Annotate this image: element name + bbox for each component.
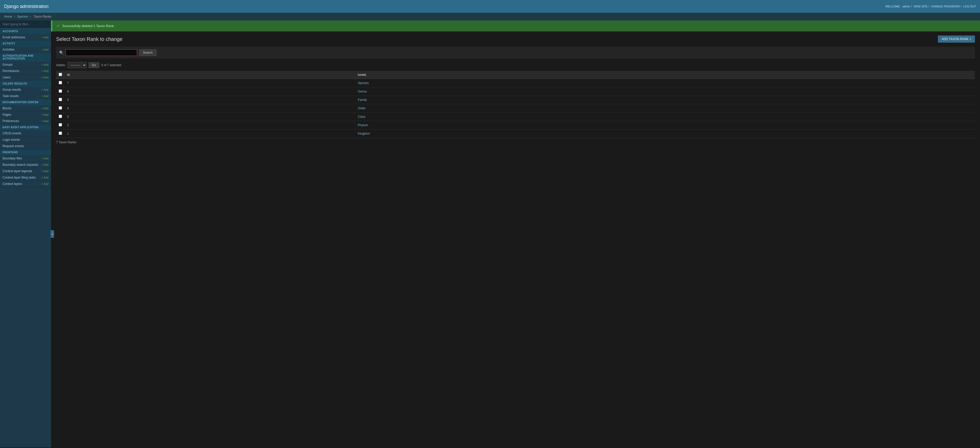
sidebar-section-easy-audit: EASY AUDIT APPLICATION [0, 124, 51, 130]
sidebar-item-context-layer-legends[interactable]: Context layer legends + Add [0, 168, 51, 174]
breadcrumb-species[interactable]: Species [17, 15, 28, 18]
context-layers-link[interactable]: Context layers [3, 182, 22, 186]
taxon-rank-table: ID NAME 7 Species 6 [56, 71, 975, 138]
sidebar-item-boundary-files[interactable]: Boundary files + Add [0, 155, 51, 162]
search-input[interactable] [65, 49, 137, 56]
row-name-link[interactable]: Species [358, 81, 369, 85]
context-layer-legends-link[interactable]: Context layer legends [3, 169, 32, 173]
groups-link[interactable]: Groups [3, 63, 13, 66]
row-id-link[interactable]: 4 [67, 107, 69, 110]
pages-add[interactable]: + Add [41, 113, 48, 116]
sidebar-item-login-events[interactable]: Login events [0, 137, 51, 143]
sidebar-item-context-layer-tiling-tasks[interactable]: Context layer tiling tasks + Add [0, 174, 51, 181]
context-layers-add[interactable]: + Add [41, 182, 48, 185]
sidebar-item-context-layers[interactable]: Context layers + Add [0, 181, 51, 187]
row-checkbox[interactable] [59, 123, 62, 126]
preferences-add[interactable]: + Add [41, 120, 48, 123]
sidebar: ACCOUNTS Email addresses + Add ACTIVITY … [0, 21, 51, 448]
sidebar-item-permissions[interactable]: Permissions + Add [0, 68, 51, 74]
sidebar-item-groups[interactable]: Groups + Add [0, 62, 51, 68]
sidebar-item-activities[interactable]: Activities + Add [0, 46, 51, 53]
add-taxon-rank-button[interactable]: ADD TAXON RANK + [938, 35, 975, 43]
row-name-link[interactable]: Order [358, 107, 366, 110]
pages-link[interactable]: Pages [3, 113, 11, 116]
username-link[interactable]: admin [902, 5, 910, 8]
group-results-link[interactable]: Group results [3, 88, 21, 91]
sidebar-item-group-results[interactable]: Group results + Add [0, 86, 51, 93]
log-out-link[interactable]: LOG OUT [963, 5, 976, 8]
sidebar-item-users[interactable]: Users + Add [0, 74, 51, 81]
sidebar-filter[interactable] [0, 21, 51, 28]
row-name-link[interactable]: Genus [358, 90, 367, 93]
view-site-link[interactable]: VIEW SITE [913, 5, 928, 8]
row-checkbox[interactable] [59, 89, 62, 93]
row-id-link[interactable]: 2 [67, 123, 69, 127]
row-id-link[interactable]: 6 [67, 90, 69, 93]
task-results-add[interactable]: + Add [41, 94, 48, 97]
activities-add[interactable]: + Add [41, 48, 48, 51]
group-results-add[interactable]: + Add [41, 88, 48, 91]
row-name: Order [355, 104, 975, 113]
row-id-link[interactable]: 7 [67, 81, 69, 85]
sidebar-item-crud-events[interactable]: CRUD events [0, 130, 51, 137]
search-button[interactable]: Search [139, 49, 156, 56]
preferences-link[interactable]: Preferences [3, 119, 19, 123]
boundary-search-requests-add[interactable]: + Add [41, 163, 48, 166]
sidebar-item-request-events[interactable]: Request events [0, 143, 51, 150]
sidebar-item-boundary-search-requests[interactable]: Boundary search requests + Add [0, 162, 51, 168]
sidebar-collapse-button[interactable]: « [51, 230, 54, 238]
row-checkbox[interactable] [59, 132, 62, 135]
action-select[interactable]: ---------- [68, 62, 86, 68]
sidebar-section-documentation: DOCUMENTATION CENTER [0, 99, 51, 105]
row-name: Genus [355, 87, 975, 96]
row-checkbox[interactable] [59, 98, 62, 101]
context-layer-tiling-tasks-link[interactable]: Context layer tiling tasks [3, 176, 36, 179]
row-id-link[interactable]: 1 [67, 132, 69, 136]
blocks-add[interactable]: + Add [41, 107, 48, 110]
sidebar-filter-input[interactable] [0, 21, 51, 28]
row-name: Phylum [355, 121, 975, 129]
boundary-files-link[interactable]: Boundary files [3, 156, 22, 160]
task-results-link[interactable]: Task results [3, 94, 19, 98]
row-id-link[interactable]: 3 [67, 115, 69, 118]
boundary-files-add[interactable]: + Add [41, 157, 48, 160]
row-name-link[interactable]: Family [358, 98, 367, 102]
email-addresses-add[interactable]: + Add [41, 36, 48, 39]
row-id: 2 [65, 121, 355, 129]
permissions-link[interactable]: Permissions [3, 69, 19, 73]
content-header: Select Taxon Rank to change ADD TAXON RA… [56, 35, 975, 43]
row-id-link[interactable]: 5 [67, 98, 69, 102]
change-password-link[interactable]: CHANGE PASSWORD [931, 5, 960, 8]
context-layer-tiling-tasks-add[interactable]: + Add [41, 176, 48, 179]
permissions-add[interactable]: + Add [41, 70, 48, 73]
sidebar-item-blocks[interactable]: Blocks + Add [0, 105, 51, 112]
crud-events-link[interactable]: CRUD events [3, 132, 21, 135]
blocks-link[interactable]: Blocks [3, 107, 11, 110]
groups-add[interactable]: + Add [41, 63, 48, 66]
request-events-link[interactable]: Request events [3, 144, 24, 148]
table-row: 7 Species [56, 79, 975, 87]
go-button[interactable]: Go [89, 62, 99, 68]
email-addresses-link[interactable]: Email addresses [3, 35, 25, 39]
row-name-link[interactable]: Phylum [358, 123, 368, 127]
login-events-link[interactable]: Login events [3, 138, 20, 142]
breadcrumb-current: Taxon Ranks [34, 15, 51, 18]
activities-link[interactable]: Activities [3, 48, 14, 51]
boundary-search-requests-link[interactable]: Boundary search requests [3, 163, 38, 167]
sidebar-item-preferences[interactable]: Preferences + Add [0, 118, 51, 124]
sidebar-item-task-results[interactable]: Task results + Add [0, 93, 51, 99]
row-checkbox[interactable] [59, 81, 62, 84]
select-all-checkbox[interactable] [59, 73, 62, 76]
header: Django administration WELCOME, admin / V… [0, 0, 980, 13]
row-checkbox[interactable] [59, 106, 62, 110]
row-name-link[interactable]: Kingdom [358, 132, 370, 136]
users-link[interactable]: Users [3, 76, 11, 79]
sidebar-item-email-addresses[interactable]: Email addresses + Add [0, 34, 51, 41]
sidebar-item-pages[interactable]: Pages + Add [0, 112, 51, 118]
users-add[interactable]: + Add [41, 76, 48, 79]
row-checkbox[interactable] [59, 115, 62, 118]
breadcrumb-home[interactable]: Home [4, 15, 12, 18]
context-layer-legends-add[interactable]: + Add [41, 170, 48, 173]
page-title: Select Taxon Rank to change [56, 36, 123, 42]
row-name-link[interactable]: Class [358, 115, 366, 118]
